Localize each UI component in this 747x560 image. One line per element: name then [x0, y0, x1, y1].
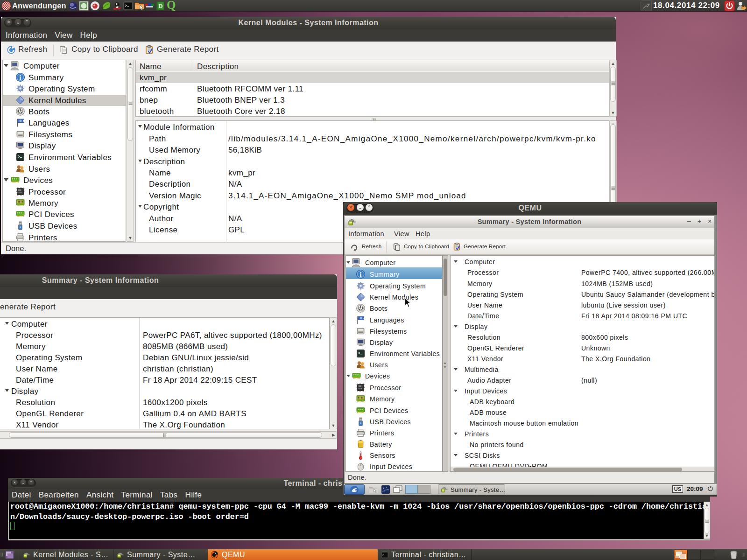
svg-text:D: D [159, 3, 163, 9]
